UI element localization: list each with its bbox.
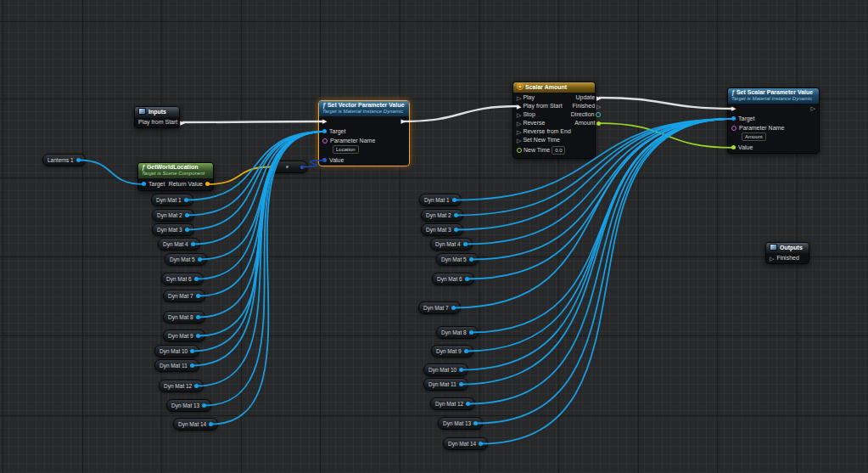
outputs-node[interactable]: Outputs ▷ Finished <box>765 242 809 264</box>
object-pin[interactable] <box>198 257 202 262</box>
exec-pin[interactable]: ▷ <box>770 256 774 262</box>
exec-pin[interactable]: ▷ <box>517 138 521 144</box>
exec-in-pin[interactable]: ▶ <box>731 105 736 111</box>
variable-node[interactable]: Dyn Mat 8 <box>163 311 205 324</box>
float-pin[interactable] <box>517 148 522 153</box>
object-pin[interactable] <box>463 242 468 246</box>
variable-node[interactable]: Dyn Mat 7 <box>163 290 205 302</box>
variable-node[interactable]: Dyn Mat 4 <box>430 238 473 251</box>
object-pin[interactable] <box>209 422 213 426</box>
exec-pin[interactable]: ▶ <box>517 104 521 110</box>
new-time-field[interactable]: 0.0 <box>552 146 565 155</box>
variable-node[interactable]: Dyn Mat 13 <box>438 417 483 430</box>
variable-node[interactable]: Dyn Mat 9 <box>163 329 205 342</box>
object-pin[interactable] <box>185 213 189 217</box>
object-pin[interactable] <box>465 277 469 281</box>
variable-label: Dyn Mat 12 <box>164 383 192 389</box>
object-pin[interactable] <box>469 330 473 335</box>
object-pin[interactable] <box>194 384 199 388</box>
variable-node-lanterns[interactable]: Lanterns 1 <box>42 154 86 166</box>
exec-pin[interactable]: ▶ <box>180 120 184 126</box>
inputs-node[interactable]: Inputs Play from Start ▶ <box>134 106 180 128</box>
object-pin[interactable] <box>469 257 473 262</box>
variable-node[interactable]: Dyn Mat 5 <box>165 253 207 266</box>
variable-label: Dyn Mat 10 <box>160 348 188 354</box>
object-pin[interactable] <box>190 363 194 368</box>
variable-node[interactable]: Dyn Mat 14 <box>173 418 218 431</box>
exec-in-pin[interactable]: ▶ <box>322 118 327 124</box>
blueprint-graph-canvas[interactable]: Inputs Play from Start ▶ Lanterns 1 ƒGet… <box>0 0 868 473</box>
object-pin[interactable] <box>202 403 206 408</box>
exec-pin[interactable]: ▷ <box>517 112 521 118</box>
object-pin[interactable] <box>454 213 458 217</box>
variable-node[interactable]: Dyn Mat 12 <box>430 397 475 410</box>
object-pin[interactable] <box>76 158 81 162</box>
name-pin[interactable] <box>731 126 736 131</box>
variable-node[interactable]: Dyn Mat 1 <box>151 194 193 206</box>
parameter-name-field[interactable]: Amount <box>742 132 766 141</box>
variable-node[interactable]: Dyn Mat 7 <box>418 301 461 314</box>
float-pin[interactable] <box>731 145 736 149</box>
variable-node[interactable]: Dyn Mat 10 <box>154 345 199 358</box>
object-pin[interactable] <box>142 182 146 186</box>
variable-node[interactable]: Dyn Mat 5 <box>436 253 479 266</box>
pin-label: Play from Start <box>138 119 177 126</box>
variable-node[interactable]: Dyn Mat 9 <box>431 345 473 358</box>
object-pin[interactable] <box>196 315 200 319</box>
object-pin[interactable] <box>322 129 327 133</box>
exec-pin[interactable]: ▷ <box>517 121 521 127</box>
object-pin[interactable] <box>464 349 468 353</box>
vector-pin[interactable] <box>205 182 210 186</box>
object-pin[interactable] <box>196 334 200 338</box>
object-pin[interactable] <box>466 402 470 406</box>
variable-node[interactable]: Dyn Mat 8 <box>436 326 479 339</box>
object-pin[interactable] <box>451 306 456 310</box>
variable-node[interactable]: Dyn Mat 14 <box>443 437 488 450</box>
variable-node[interactable]: Dyn Mat 4 <box>158 238 200 251</box>
object-pin[interactable] <box>731 116 736 121</box>
object-pin[interactable] <box>459 368 463 372</box>
color-pin[interactable] <box>300 166 304 169</box>
object-pin[interactable] <box>473 421 478 425</box>
exec-pin[interactable]: ▶ <box>596 95 601 101</box>
variable-node[interactable]: Dyn Mat 11 <box>423 378 468 391</box>
direction-pin[interactable] <box>596 112 601 117</box>
variable-node[interactable]: Dyn Mat 6 <box>161 273 204 285</box>
variable-node[interactable]: Dyn Mat 10 <box>423 363 468 376</box>
exec-pin[interactable]: ▷ <box>517 129 521 135</box>
exec-out-pin[interactable]: ▶ <box>401 118 406 124</box>
variable-node[interactable]: Dyn Mat 2 <box>421 209 463 222</box>
set-vector-parameter-value-node[interactable]: ƒSet Vector Parameter Value Target is Ma… <box>318 100 410 166</box>
object-pin[interactable] <box>479 442 483 446</box>
variable-label: Dyn Mat 3 <box>426 227 451 233</box>
color-pin[interactable] <box>322 158 327 162</box>
object-pin[interactable] <box>190 349 194 353</box>
name-pin[interactable] <box>322 138 328 144</box>
object-pin[interactable] <box>454 228 458 232</box>
variable-node[interactable]: Dyn Mat 6 <box>432 273 474 285</box>
variable-node[interactable]: Dyn Mat 2 <box>152 209 194 222</box>
object-pin[interactable] <box>184 198 188 202</box>
parameter-name-field[interactable]: Location <box>333 145 359 154</box>
object-pin[interactable] <box>194 277 199 281</box>
variable-node[interactable]: Dyn Mat 13 <box>166 399 211 412</box>
exec-pin[interactable]: ▷ <box>596 104 601 110</box>
variable-node[interactable]: Dyn Mat 3 <box>421 223 463 236</box>
variable-node[interactable]: Dyn Mat 3 <box>152 223 194 236</box>
object-pin[interactable] <box>459 382 463 386</box>
object-pin[interactable] <box>185 228 189 232</box>
exec-out-pin[interactable]: ▷ <box>811 105 815 111</box>
object-pin[interactable] <box>452 198 456 202</box>
object-pin[interactable] <box>196 294 200 298</box>
exec-pin[interactable]: ▷ <box>517 95 521 101</box>
variable-node[interactable]: Dyn Mat 12 <box>159 380 204 392</box>
variable-node[interactable]: Dyn Mat 1 <box>419 194 462 206</box>
vector-to-color-conversion-node[interactable] <box>266 160 308 173</box>
get-world-location-node[interactable]: ƒGetWorldLocation Target is Scene Compon… <box>137 162 214 191</box>
timeline-node-scalar-amount[interactable]: Scalar Amount ▷Play ▶Play from Start ▷St… <box>512 82 596 159</box>
float-pin[interactable] <box>596 121 601 126</box>
set-scalar-parameter-value-node[interactable]: ƒSet Scalar Parameter Value Target is Ma… <box>727 87 820 154</box>
object-pin[interactable] <box>191 242 195 246</box>
vector-pin[interactable] <box>270 166 273 169</box>
variable-node[interactable]: Dyn Mat 11 <box>154 359 199 372</box>
